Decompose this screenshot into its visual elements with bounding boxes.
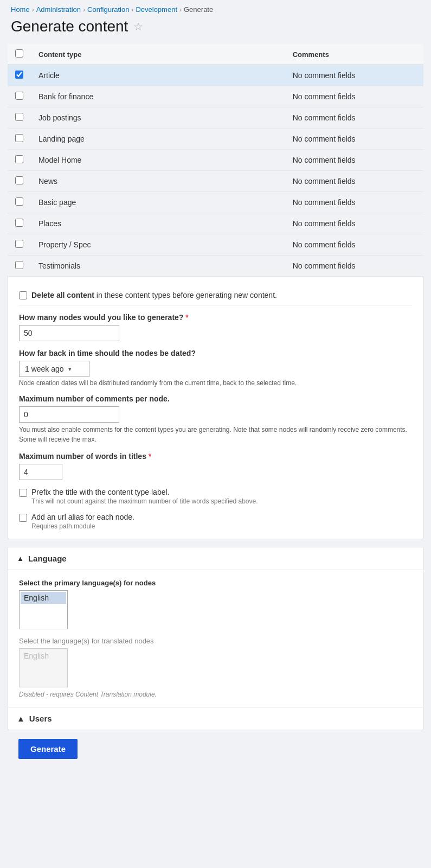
comment-property-spec: No comment fields [285, 234, 423, 256]
checkbox-news[interactable] [15, 176, 23, 184]
comment-model-home: No comment fields [285, 150, 423, 171]
comment-bank-for-finance: No comment fields [285, 86, 423, 107]
breadcrumb-administration[interactable]: Administration [36, 5, 81, 14]
date-hint: Node creation dates will be distributed … [19, 379, 412, 387]
nodes-form-group: How many nodes would you like to generat… [19, 313, 412, 341]
col-header-comments: Comments [285, 44, 423, 65]
comment-basic-page: No comment fields [285, 192, 423, 213]
content-type-label-news: News [31, 171, 285, 192]
language-section-title: Language [28, 554, 67, 563]
content-type-label-landing-page: Landing page [31, 129, 285, 150]
checkbox-testimonials[interactable] [15, 261, 23, 269]
prefix-hint: This will not count against the maximum … [31, 497, 258, 505]
language-section-header[interactable]: ▲ Language [8, 547, 423, 570]
checkbox-job-postings[interactable] [15, 113, 23, 121]
comments-form-group: Maximum number of comments per node. You… [19, 394, 412, 444]
comments-hint: You must also enable comments for the co… [19, 425, 412, 444]
users-section-title: Users [29, 714, 52, 723]
breadcrumb-configuration[interactable]: Configuration [87, 5, 129, 14]
table-row: TestimonialsNo comment fields [8, 256, 423, 277]
language-section: ▲ Language Select the primary language(s… [8, 547, 423, 707]
words-label: Maximum number of words in titles * [19, 452, 412, 461]
comment-testimonials: No comment fields [285, 256, 423, 277]
breadcrumb-sep-2: › [83, 6, 85, 14]
delete-content-checkbox[interactable] [19, 291, 27, 299]
table-row: Property / SpecNo comment fields [8, 234, 423, 256]
users-section-header[interactable]: ▲ Users [8, 707, 423, 730]
comments-input[interactable] [19, 406, 119, 423]
table-row: Basic pageNo comment fields [8, 192, 423, 213]
breadcrumb-development[interactable]: Development [136, 5, 177, 14]
users-toggle-icon: ▲ [17, 714, 25, 723]
users-section: ▲ Users [8, 707, 423, 730]
checkbox-article[interactable] [15, 71, 23, 79]
table-row: Landing pageNo comment fields [8, 129, 423, 150]
url-alias-hint: Requires path.module [31, 522, 134, 530]
comment-job-postings: No comment fields [285, 107, 423, 129]
language-section-body: Select the primary language(s) for nodes… [8, 570, 423, 707]
nodes-label: How many nodes would you like to generat… [19, 313, 412, 322]
favorite-star-icon[interactable]: ☆ [133, 20, 143, 33]
url-alias-checkbox-row: Add an url alias for each node. Requires… [19, 513, 412, 530]
content-type-label-job-postings: Job postings [31, 107, 285, 129]
comments-label: Maximum number of comments per node. [19, 394, 412, 403]
breadcrumb-home[interactable]: Home [11, 5, 30, 14]
language-toggle-icon: ▲ [17, 554, 24, 563]
translated-language-select: English [19, 648, 68, 687]
language-disabled-hint: Disabled - requires Content Translation … [19, 691, 412, 698]
content-type-label-places: Places [31, 213, 285, 234]
form-section: Delete all content in these content type… [8, 277, 423, 539]
col-header-content-type: Content type [31, 44, 285, 65]
content-type-label-bank-for-finance: Bank for finance [31, 86, 285, 107]
content-type-label-property-spec: Property / Spec [31, 234, 285, 256]
table-row: Bank for financeNo comment fields [8, 86, 423, 107]
checkbox-places[interactable] [15, 219, 23, 227]
checkbox-landing-page[interactable] [15, 134, 23, 142]
page-title-bar: Generate content ☆ [0, 16, 431, 44]
primary-language-select[interactable]: English [19, 590, 68, 629]
table-row: PlacesNo comment fields [8, 213, 423, 234]
url-alias-label: Add an url alias for each node. [31, 513, 134, 521]
checkbox-bank-for-finance[interactable] [15, 92, 23, 100]
date-form-group: How far back in time should the nodes be… [19, 349, 412, 387]
prefix-label: Prefix the title with the content type l… [31, 488, 258, 496]
checkbox-model-home[interactable] [15, 155, 23, 163]
delete-content-row: Delete all content in these content type… [19, 285, 412, 305]
delete-content-label: Delete all content in these content type… [31, 291, 277, 299]
content-type-label-article: Article [31, 65, 285, 86]
page-title: Generate content [11, 18, 128, 35]
comment-article: No comment fields [285, 65, 423, 86]
table-row: ArticleNo comment fields [8, 65, 423, 86]
content-type-label-basic-page: Basic page [31, 192, 285, 213]
select-all-checkbox[interactable] [15, 49, 23, 58]
chevron-down-icon: ▾ [68, 366, 72, 373]
content-type-table: Content type Comments ArticleNo comment … [8, 44, 423, 277]
translated-language-option-english: English [21, 650, 66, 662]
words-form-group: Maximum number of words in titles * [19, 452, 412, 480]
breadcrumb: Home › Administration › Configuration › … [0, 0, 431, 16]
nodes-input[interactable] [19, 325, 119, 341]
breadcrumb-sep-3: › [131, 6, 133, 14]
date-value: 1 week ago [25, 365, 64, 373]
prefix-checkbox-row: Prefix the title with the content type l… [19, 488, 412, 505]
date-label: How far back in time should the nodes be… [19, 349, 412, 358]
checkbox-basic-page[interactable] [15, 197, 23, 206]
comment-places: No comment fields [285, 213, 423, 234]
prefix-checkbox[interactable] [19, 489, 27, 497]
breadcrumb-generate: Generate [184, 5, 213, 14]
content-type-label-testimonials: Testimonials [31, 256, 285, 277]
breadcrumb-sep-1: › [32, 6, 34, 14]
table-row: NewsNo comment fields [8, 171, 423, 192]
primary-language-label: Select the primary language(s) for nodes [19, 579, 412, 587]
date-dropdown[interactable]: 1 week ago ▾ [19, 361, 89, 377]
translated-language-label: Select the language(s) for translated no… [19, 637, 412, 645]
generate-button-row: Generate [8, 730, 423, 768]
table-row: Job postingsNo comment fields [8, 107, 423, 129]
comment-landing-page: No comment fields [285, 129, 423, 150]
words-input[interactable] [19, 464, 62, 480]
url-alias-checkbox[interactable] [19, 514, 27, 522]
primary-language-option-english[interactable]: English [21, 592, 66, 604]
generate-button[interactable]: Generate [18, 739, 78, 759]
content-type-table-container: Content type Comments ArticleNo comment … [8, 44, 423, 277]
checkbox-property-spec[interactable] [15, 240, 23, 248]
